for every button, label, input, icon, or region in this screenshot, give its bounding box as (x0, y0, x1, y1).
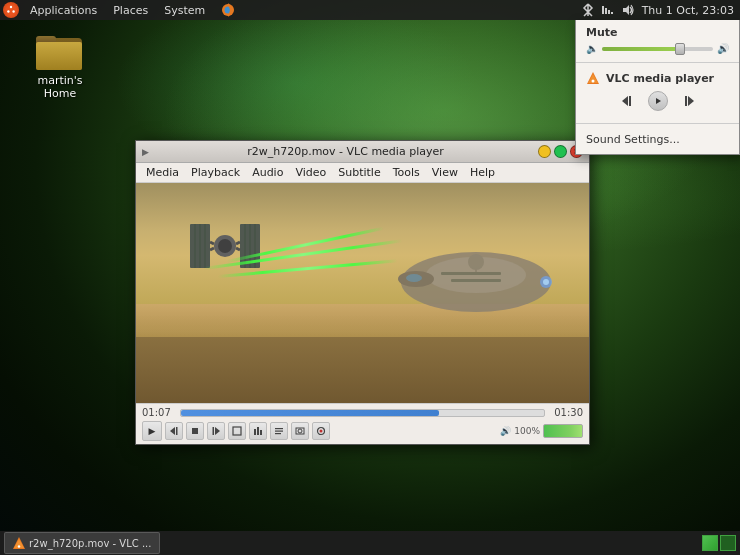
svg-rect-54 (275, 431, 283, 432)
svg-rect-44 (176, 427, 178, 435)
vlc-video-area[interactable] (136, 183, 589, 403)
svg-point-22 (406, 274, 422, 282)
clock-display: Thu 1 Oct, 23:03 (642, 4, 734, 17)
vlc-volume-area: 🔊 100% (500, 424, 583, 438)
svg-line-42 (236, 248, 240, 250)
bottom-indicator (702, 535, 718, 551)
svg-point-57 (298, 429, 302, 433)
volume-fill (602, 47, 680, 51)
svg-point-59 (320, 430, 323, 433)
popup-prev-button[interactable] (620, 94, 634, 108)
desktop-home-icon[interactable]: martin's Home (20, 30, 100, 100)
svg-point-62 (18, 545, 20, 547)
vlc-prev-button[interactable] (165, 422, 183, 440)
vlc-menu-video[interactable]: Video (289, 163, 332, 183)
desktop: Applications Places System (0, 0, 740, 555)
vlc-titlebar: ▶ r2w_h720p.mov - VLC media player ✕ (136, 141, 589, 163)
taskbar-bottom: r2w_h720p.mov - VLC ... (0, 531, 740, 555)
vlc-progress-bar[interactable] (180, 409, 545, 417)
taskbar-vlc-label: r2w_h720p.mov - VLC ... (29, 538, 151, 549)
popup-divider-2 (576, 123, 739, 124)
vlc-fullscreen-button[interactable] (228, 422, 246, 440)
volume-slider-track[interactable] (602, 47, 713, 51)
popup-play-button[interactable] (648, 91, 668, 111)
svg-rect-45 (192, 428, 198, 434)
minimize-button[interactable] (538, 145, 551, 158)
taskbar-vlc-item[interactable]: r2w_h720p.mov - VLC ... (4, 532, 160, 554)
vlc-time-total: 01:30 (551, 407, 583, 418)
firefox-icon[interactable] (213, 0, 243, 20)
sound-settings-link[interactable]: Sound Settings... (586, 133, 680, 146)
svg-point-24 (543, 279, 549, 285)
svg-rect-55 (275, 433, 281, 434)
places-menu[interactable]: Places (105, 0, 156, 20)
popup-divider (576, 62, 739, 63)
svg-marker-14 (622, 96, 628, 106)
svg-rect-9 (611, 12, 613, 14)
svg-rect-28 (451, 279, 501, 282)
system-menu[interactable]: System (156, 0, 213, 20)
volume-low-icon: 🔈 (586, 43, 598, 54)
vlc-menu-help[interactable]: Help (464, 163, 501, 183)
vlc-menu-subtitle[interactable]: Subtitle (332, 163, 386, 183)
volume-thumb[interactable] (675, 43, 685, 55)
vlc-menu-tools[interactable]: Tools (387, 163, 426, 183)
volume-popup: Mute 🔈 🔊 VLC (575, 20, 740, 155)
vlc-menu-playback[interactable]: Playback (185, 163, 246, 183)
bluetooth-icon[interactable] (580, 2, 596, 18)
svg-marker-43 (170, 427, 175, 435)
vlc-playlist-button[interactable] (270, 422, 288, 440)
svg-marker-16 (656, 98, 661, 104)
volume-high-icon: 🔊 (717, 43, 729, 54)
svg-marker-46 (215, 427, 220, 435)
svg-rect-47 (213, 427, 215, 435)
network-icon[interactable] (600, 2, 616, 18)
applications-menu[interactable]: Applications (22, 0, 105, 20)
svg-rect-27 (441, 272, 501, 275)
ground (136, 337, 589, 403)
svg-marker-17 (688, 96, 694, 106)
vlc-volume-icon: 🔊 (500, 426, 511, 436)
svg-rect-18 (685, 96, 687, 106)
vlc-stop-button[interactable] (186, 422, 204, 440)
vlc-menubar: Media Playback Audio Video Subtitle Tool… (136, 163, 589, 183)
svg-line-39 (210, 242, 214, 244)
ubuntu-logo-icon[interactable] (3, 2, 19, 18)
vlc-snapshot-button[interactable] (291, 422, 309, 440)
maximize-button[interactable] (554, 145, 567, 158)
svg-line-41 (236, 242, 240, 244)
vlc-play-button[interactable]: ▶ (142, 421, 162, 441)
svg-rect-8 (608, 10, 610, 14)
taskbar-top: Applications Places System (0, 0, 740, 20)
svg-point-38 (218, 239, 232, 253)
svg-rect-15 (629, 96, 631, 106)
vlc-volume-pct: 100% (514, 426, 540, 436)
folder-icon (36, 30, 84, 70)
svg-point-13 (592, 80, 595, 83)
video-scene (136, 183, 589, 403)
svg-rect-49 (235, 429, 239, 433)
vlc-popup-title: VLC media player (606, 72, 714, 85)
svg-marker-10 (623, 5, 629, 15)
popup-next-button[interactable] (682, 94, 696, 108)
svg-rect-53 (275, 428, 283, 429)
svg-point-1 (10, 6, 12, 8)
vlc-equalizer-button[interactable] (249, 422, 267, 440)
vlc-next-button[interactable] (207, 422, 225, 440)
vlc-volume-bar[interactable] (543, 424, 583, 438)
vlc-record-button[interactable] (312, 422, 330, 440)
vlc-controls-bar: 01:07 01:30 ▶ (136, 403, 589, 444)
svg-point-2 (12, 10, 14, 12)
svg-rect-51 (257, 427, 259, 435)
vlc-menu-media[interactable]: Media (140, 163, 185, 183)
vlc-progress-fill (181, 410, 439, 416)
vlc-cone-taskbar-icon (13, 537, 25, 549)
vlc-title-text: r2w_h720p.mov - VLC media player (153, 145, 538, 158)
svg-rect-6 (602, 6, 604, 14)
bottom-indicator-2 (720, 535, 736, 551)
svg-rect-52 (260, 430, 262, 435)
vlc-menu-audio[interactable]: Audio (246, 163, 289, 183)
svg-rect-50 (254, 429, 256, 435)
vlc-menu-view[interactable]: View (426, 163, 464, 183)
volume-icon[interactable] (620, 2, 636, 18)
